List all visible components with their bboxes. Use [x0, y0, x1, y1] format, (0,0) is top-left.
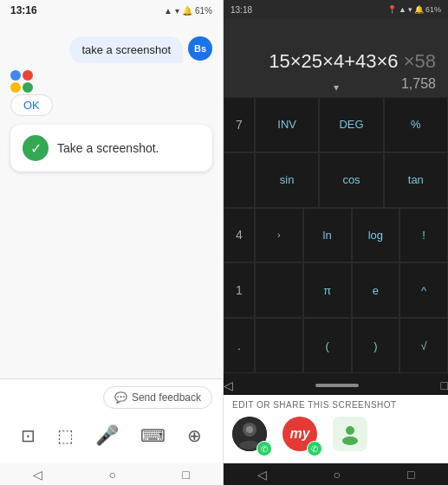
battery-text: 61% — [195, 6, 212, 16]
check-icon: ✓ — [30, 140, 42, 157]
signal-icon: ▲ — [164, 6, 172, 16]
whatsapp-icon-1: ✆ — [261, 444, 268, 454]
sound-icon: 🔔 — [182, 6, 192, 16]
google-dot-blue — [10, 70, 21, 81]
system-nav-right-inner: ◁ □ — [224, 373, 448, 395]
calc-row-3: 4 › ln log ! — [224, 208, 448, 263]
assistant-area: take a screenshot Bs OK ✓ Take a screens… — [0, 21, 223, 378]
right-time: 13:18 — [230, 5, 252, 15]
svg-point-6 — [342, 436, 358, 445]
compass-icon[interactable]: ⊕ — [180, 422, 209, 449]
share-app-2[interactable]: my ✆ — [282, 417, 322, 456]
r-loc-icon: 📍 — [387, 5, 397, 14]
key-e[interactable]: e — [352, 262, 400, 318]
screenshot-icon[interactable]: ⬚ — [50, 422, 81, 449]
recents-button-right-inner[interactable]: □ — [441, 378, 448, 392]
r-sound-icon: 🔔 — [414, 5, 424, 14]
key-inv[interactable]: INV — [255, 97, 319, 152]
svg-point-2 — [246, 426, 253, 433]
key-lparen[interactable]: ( — [303, 318, 352, 373]
key-4[interactable]: 4 — [224, 208, 255, 263]
r-battery: 61% — [425, 5, 441, 14]
key-pi[interactable]: π — [303, 262, 352, 318]
key-side-spacer4: · — [255, 262, 303, 318]
calculator-display: 15×25×4+43×6 ×58 1,758 ▾ — [224, 19, 448, 97]
calc-row-4: 1 · π e ^ — [224, 262, 448, 318]
back-button-left[interactable]: ◁ — [33, 468, 42, 482]
share-app-icons-row: ✆ my ✆ — [232, 417, 439, 456]
mic-icon[interactable]: 🎤 — [88, 421, 126, 450]
whatsapp-badge-2: ✆ — [307, 441, 322, 456]
google-dot-red — [23, 70, 33, 81]
wifi-icon: ▾ — [175, 6, 179, 16]
home-button-left[interactable]: ○ — [109, 468, 116, 482]
left-time: 13:16 — [10, 4, 37, 16]
send-feedback-row: 💬 Send feedback — [10, 386, 212, 409]
right-status-icons: 📍 ▲ ▾ 🔔 61% — [387, 5, 441, 14]
home-pill-right[interactable] — [315, 384, 359, 387]
key-dot[interactable]: . — [224, 318, 255, 373]
send-feedback-button[interactable]: 💬 Send feedback — [103, 386, 212, 409]
key-exclaim[interactable]: ! — [399, 208, 448, 263]
calc-row-1: 7 INV DEG % — [224, 97, 448, 152]
ok-button[interactable]: OK — [10, 94, 53, 116]
key-1[interactable]: 1 — [224, 262, 255, 318]
whatsapp-icon-2: ✆ — [311, 444, 318, 454]
system-nav-right: ◁ ○ □ — [224, 463, 448, 485]
key-tan[interactable]: tan — [384, 152, 448, 208]
home-button-right[interactable]: ○ — [334, 468, 341, 482]
key-power[interactable]: ^ — [399, 262, 448, 318]
calc-expression: 15×25×4+43×6 ×58 — [269, 50, 436, 73]
google-dot-yellow — [10, 82, 21, 93]
calc-result: 1,758 — [401, 76, 436, 92]
recents-button-right[interactable]: □ — [407, 468, 414, 482]
back-button-right[interactable]: ◁ — [257, 468, 267, 482]
key-log[interactable]: log — [352, 208, 400, 263]
left-status-bar: 13:16 ▲ ▾ 🔔 61% — [0, 0, 223, 21]
google-logo — [10, 70, 35, 94]
calc-row-5: . · ( ) √ — [224, 318, 448, 373]
left-bottom-bar: 💬 Send feedback ⊡ ⬚ 🎤 ⌨ ⊕ — [0, 378, 223, 462]
whatsapp-badge-1: ✆ — [256, 441, 272, 456]
assistant-nav-bar: ⊡ ⬚ 🎤 ⌨ ⊕ — [10, 417, 212, 454]
key-sin[interactable]: sin — [255, 152, 319, 208]
key-cos[interactable]: cos — [319, 152, 383, 208]
key-side-spacer2: · — [224, 152, 255, 208]
user-message-bubble: take a screenshot — [69, 36, 183, 63]
user-bubble-container: take a screenshot Bs — [10, 36, 212, 63]
r-wifi-icon: ▾ — [408, 5, 412, 14]
svg-point-5 — [346, 426, 354, 435]
r-signal-icon: ▲ — [399, 5, 406, 14]
check-circle: ✓ — [23, 135, 49, 161]
key-percent[interactable]: % — [384, 97, 448, 152]
key-ln[interactable]: ln — [303, 208, 352, 263]
feedback-icon: 💬 — [114, 391, 127, 404]
screenshot-bar: EDIT OR SHARE THIS SCREENSHOT ✆ — [224, 395, 448, 463]
keyboard-icon[interactable]: ⌨ — [133, 422, 172, 449]
response-text: Take a screenshot. — [57, 141, 159, 155]
right-status-bar: 13:18 📍 ▲ ▾ 🔔 61% — [224, 0, 448, 19]
send-feedback-label: Send feedback — [132, 391, 201, 404]
google-dot-green — [23, 82, 33, 93]
key-chevron[interactable]: › — [255, 208, 303, 263]
recents-button-left[interactable]: □ — [182, 468, 189, 482]
key-deg[interactable]: DEG — [319, 97, 383, 152]
left-status-icons: ▲ ▾ 🔔 61% — [164, 6, 212, 16]
left-panel: 13:16 ▲ ▾ 🔔 61% take a screenshot Bs OK … — [0, 0, 224, 485]
share-app-1[interactable]: ✆ — [232, 417, 272, 456]
right-panel: 13:18 📍 ▲ ▾ 🔔 61% 15×25×4+43×6 ×58 1,758… — [224, 0, 448, 485]
key-side-spacer5: · — [255, 318, 303, 373]
key-rparen[interactable]: ) — [352, 318, 400, 373]
back-button-right-inner[interactable]: ◁ — [224, 378, 233, 392]
expand-arrow-icon[interactable]: ▾ — [334, 81, 339, 94]
edit-share-label: EDIT OR SHARE THIS SCREENSHOT — [232, 400, 439, 410]
key-sqrt[interactable]: √ — [399, 318, 448, 373]
gallery-icon[interactable]: ⊡ — [14, 422, 42, 449]
assistant-response-card: ✓ Take a screenshot. — [10, 125, 212, 171]
calc-overflow: ×58 — [404, 50, 436, 72]
share-app-3[interactable] — [333, 417, 373, 456]
system-nav-left: ◁ ○ □ — [0, 462, 223, 485]
key-7[interactable]: 7 — [224, 97, 255, 152]
app-icon-contacts — [333, 417, 367, 451]
calc-row-2: · sin cos tan — [224, 152, 448, 208]
